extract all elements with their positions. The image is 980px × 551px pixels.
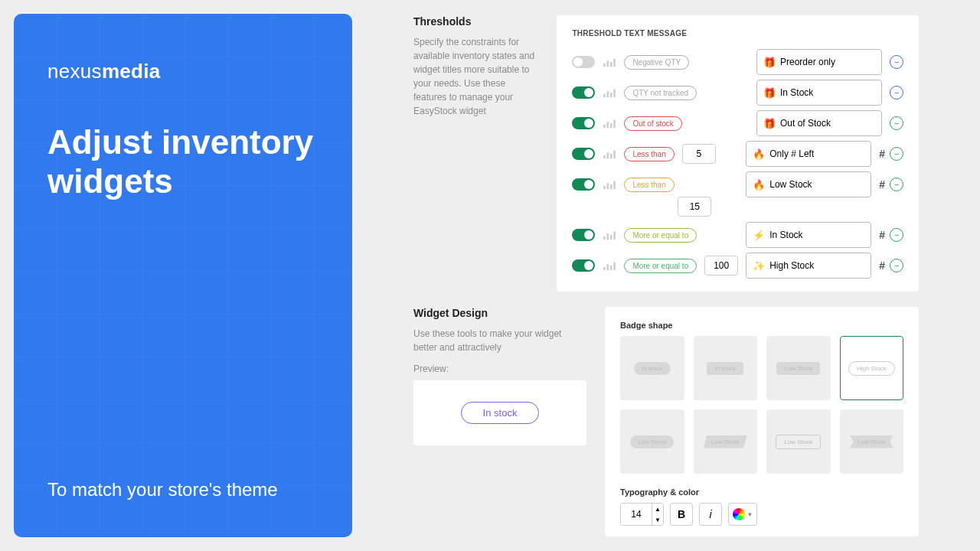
- threshold-toggle[interactable]: [572, 259, 595, 272]
- emoji-icon: ⚡: [753, 230, 765, 241]
- design-desc: Use these tools to make your widget bett…: [413, 327, 586, 354]
- svg-rect-10: [610, 123, 612, 128]
- badge-shape-option[interactable]: In stock: [620, 336, 684, 400]
- svg-rect-6: [610, 93, 612, 97]
- threshold-row: Negative QTY 🎁Preorder only ⌣: [572, 47, 903, 77]
- italic-button[interactable]: i: [699, 503, 722, 526]
- emoji-picker-icon[interactable]: ⌣: [890, 259, 903, 272]
- bar-chart-icon: [603, 260, 616, 271]
- emoji-icon: 🔥: [753, 179, 765, 191]
- typography-label: Typography & color: [620, 487, 903, 497]
- threshold-panel-label: THRESHOLD TEXT MESSAGE: [572, 29, 903, 37]
- emoji-icon: 🎁: [763, 87, 776, 99]
- badge-shape-option[interactable]: In stock: [694, 336, 758, 400]
- emoji-picker-icon[interactable]: ⌣: [890, 228, 903, 242]
- condition-badge: QTY not tracked: [624, 86, 697, 100]
- threshold-value-input[interactable]: [704, 256, 738, 276]
- threshold-row: More or equal to ✨High Stock # ⌣: [572, 250, 903, 281]
- svg-rect-18: [610, 184, 612, 189]
- threshold-toggle[interactable]: [572, 86, 595, 99]
- threshold-value-input[interactable]: [682, 144, 716, 164]
- badge-preview: Low Stock: [776, 435, 821, 449]
- emoji-picker-icon[interactable]: ⌣: [890, 86, 903, 99]
- badge-shape-option[interactable]: Low Stock: [694, 409, 758, 474]
- threshold-message-input[interactable]: 🎁Preorder only: [756, 49, 882, 75]
- badge-shape-option[interactable]: Low Stock: [766, 409, 831, 474]
- step-up-icon[interactable]: ▲: [652, 504, 663, 514]
- badge-shape-option[interactable]: Low Stock: [766, 336, 831, 400]
- threshold-value-input[interactable]: [678, 197, 711, 217]
- condition-badge: More or equal to: [624, 259, 697, 273]
- svg-rect-13: [607, 152, 609, 158]
- emoji-picker-icon[interactable]: ⌣: [890, 116, 903, 130]
- svg-rect-9: [607, 122, 609, 128]
- chevron-down-icon: ▼: [747, 511, 753, 518]
- svg-rect-7: [614, 90, 616, 98]
- threshold-message-input[interactable]: 🔥Only # Left: [746, 141, 871, 167]
- threshold-toggle[interactable]: [572, 178, 595, 191]
- threshold-row: More or equal to ⚡In Stock # ⌣: [572, 220, 903, 250]
- hash-icon[interactable]: #: [879, 229, 885, 241]
- emoji-icon: 🔥: [753, 148, 765, 160]
- threshold-message-input[interactable]: ✨High Stock: [746, 253, 871, 279]
- preview-box: In stock: [413, 380, 586, 445]
- badge-shape-option[interactable]: High Stock: [840, 336, 904, 400]
- emoji-icon: 🎁: [763, 57, 776, 68]
- emoji-icon: 🎁: [763, 118, 776, 129]
- svg-rect-27: [614, 262, 616, 271]
- bar-chart-icon: [603, 57, 616, 67]
- condition-badge: Less than: [624, 147, 674, 161]
- svg-rect-22: [610, 235, 612, 240]
- hash-icon[interactable]: #: [879, 259, 885, 272]
- threshold-row: Less than 🔥Only # Left # ⌣: [572, 139, 903, 169]
- badge-preview: In stock: [707, 362, 743, 375]
- badge-preview: In stock: [634, 362, 671, 375]
- badge-preview: Low Stock: [850, 435, 893, 448]
- svg-rect-19: [614, 181, 616, 190]
- condition-badge: Out of stock: [624, 116, 681, 131]
- font-size-input[interactable]: [621, 504, 652, 525]
- bar-chart-icon: [603, 87, 616, 98]
- svg-rect-1: [607, 60, 609, 67]
- svg-rect-2: [610, 62, 612, 67]
- badge-shape-option[interactable]: Low Stock: [620, 409, 684, 474]
- svg-rect-4: [604, 94, 606, 97]
- emoji-icon: ✨: [753, 260, 765, 272]
- svg-rect-11: [614, 120, 616, 129]
- threshold-toggle[interactable]: [572, 148, 595, 160]
- svg-rect-23: [614, 232, 616, 240]
- hash-icon[interactable]: #: [879, 148, 885, 160]
- font-size-stepper[interactable]: ▲▼: [620, 503, 664, 526]
- badge-preview: High Stock: [848, 361, 895, 376]
- bar-chart-icon: [603, 179, 616, 190]
- hero-tagline: To match your store's theme: [47, 476, 318, 504]
- brand-logo: nexusmedia: [47, 60, 318, 83]
- emoji-picker-icon[interactable]: ⌣: [890, 147, 903, 161]
- svg-rect-14: [610, 154, 612, 158]
- threshold-toggle[interactable]: [572, 117, 595, 129]
- threshold-toggle[interactable]: [572, 56, 595, 68]
- bar-chart-icon: [603, 148, 616, 159]
- color-picker[interactable]: ▼: [728, 503, 757, 526]
- svg-rect-20: [604, 236, 606, 240]
- thresholds-title: Thresholds: [413, 15, 538, 28]
- bold-button[interactable]: B: [670, 503, 693, 526]
- emoji-picker-icon[interactable]: ⌣: [890, 178, 903, 191]
- threshold-message-input[interactable]: ⚡In Stock: [746, 222, 871, 248]
- badge-preview: Low Stock: [630, 435, 674, 448]
- svg-rect-26: [610, 266, 612, 270]
- svg-rect-0: [604, 64, 606, 67]
- svg-rect-12: [604, 155, 606, 158]
- threshold-message-input[interactable]: 🎁Out of Stock: [756, 110, 882, 136]
- condition-badge: Less than: [624, 178, 674, 192]
- badge-preview: Low Stock: [776, 362, 820, 375]
- step-down-icon[interactable]: ▼: [652, 514, 663, 525]
- hero-panel: nexusmedia Adjust inventory widgets To m…: [14, 14, 352, 537]
- emoji-picker-icon[interactable]: ⌣: [890, 55, 903, 69]
- hash-icon[interactable]: #: [879, 178, 885, 191]
- threshold-toggle[interactable]: [572, 229, 595, 241]
- threshold-message-input[interactable]: 🔥Low Stock: [746, 171, 871, 197]
- svg-rect-25: [607, 264, 609, 270]
- badge-shape-option[interactable]: Low Stock: [840, 409, 904, 474]
- threshold-message-input[interactable]: 🎁In Stock: [756, 80, 882, 106]
